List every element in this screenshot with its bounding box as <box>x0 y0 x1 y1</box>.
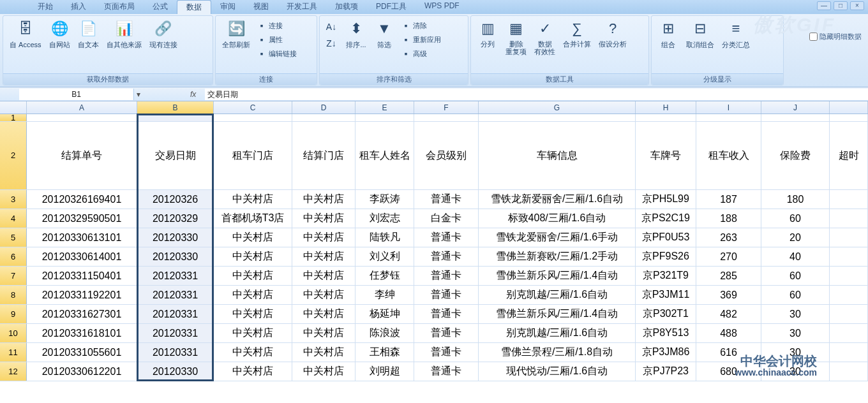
cell[interactable]: 普通卡 <box>414 324 479 342</box>
row-header[interactable]: 9 <box>0 305 27 323</box>
cell[interactable]: 普通卡 <box>414 228 479 247</box>
cell[interactable]: 京PF9S26 <box>636 247 696 266</box>
cell[interactable]: 租车人姓名 <box>355 122 414 189</box>
close-button[interactable]: × <box>850 1 864 10</box>
conn-small-2[interactable]: ▪编辑链接 <box>254 48 299 59</box>
cell[interactable]: 60 <box>761 209 830 228</box>
cell[interactable]: 雪佛兰新赛欧/三厢/1.2手动 <box>479 247 636 266</box>
cell[interactable] <box>761 114 830 121</box>
datatool-btn-3[interactable]: ∑合并计算 <box>559 17 595 49</box>
cell[interactable]: 刘明超 <box>355 362 414 381</box>
cell[interactable]: 中关村店 <box>292 324 355 342</box>
cell[interactable] <box>830 247 868 266</box>
row-header[interactable]: 3 <box>0 190 27 209</box>
datatool-btn-4[interactable]: ?假设分析 <box>595 17 631 49</box>
cell[interactable]: 李绅 <box>355 286 414 304</box>
conn-small-0[interactable]: ▪连接 <box>254 20 299 31</box>
cell[interactable] <box>830 362 868 381</box>
cell[interactable]: 482 <box>696 305 761 323</box>
cell[interactable] <box>830 190 868 209</box>
cell[interactable] <box>830 343 868 362</box>
cell[interactable]: 180 <box>761 190 830 209</box>
outline-btn-2[interactable]: ≡分类汇总 <box>718 17 754 51</box>
row-header[interactable]: 12 <box>0 362 27 381</box>
name-box[interactable]: B1 <box>19 89 134 100</box>
cell[interactable]: 中关村店 <box>292 267 355 285</box>
min-button[interactable]: — <box>817 1 831 10</box>
cell[interactable]: 中关村店 <box>292 247 355 266</box>
row-header[interactable]: 10 <box>0 324 27 342</box>
filter-small-1[interactable]: ▪重新应用 <box>398 34 444 45</box>
cell[interactable]: 20120331 <box>137 324 214 342</box>
cell[interactable]: 标致408/三厢/1.6自动 <box>479 209 636 228</box>
cell[interactable]: 现代悦动/三厢/1.6自动 <box>479 362 636 381</box>
col-header-A[interactable]: A <box>27 101 137 114</box>
cell[interactable]: 30 <box>761 324 830 342</box>
cell[interactable] <box>696 114 761 121</box>
datatool-btn-1[interactable]: ▦删除 重复项 <box>502 17 530 57</box>
cell[interactable]: 陆轶凡 <box>355 228 414 247</box>
conn-small-1[interactable]: ▪属性 <box>254 34 299 45</box>
row-header[interactable]: 2 <box>0 122 27 189</box>
menu-tab-0[interactable]: 开始 <box>29 0 62 14</box>
row-header[interactable]: 8 <box>0 286 27 304</box>
cell[interactable]: 188 <box>696 209 761 228</box>
cell[interactable]: 20120329 <box>137 209 214 228</box>
cell[interactable]: 雪铁龙爱丽舍/三厢/1.6手动 <box>479 228 636 247</box>
cell[interactable]: 285 <box>696 267 761 285</box>
cell[interactable] <box>414 114 479 121</box>
ext-data-btn-0[interactable]: 🗄自 Access <box>6 17 45 51</box>
cell[interactable]: 20120331 <box>137 267 214 285</box>
cell[interactable]: 20120331 <box>137 343 214 362</box>
cell[interactable]: 369 <box>696 286 761 304</box>
cell[interactable]: 中关村店 <box>214 362 292 381</box>
cell[interactable]: 20 <box>761 228 830 247</box>
ext-data-btn-4[interactable]: 🔗现有连接 <box>146 17 181 51</box>
menu-tab-9[interactable]: PDF工具 <box>367 0 415 14</box>
cell[interactable] <box>214 114 292 121</box>
cell[interactable]: 京P321T9 <box>636 267 696 285</box>
row-header[interactable]: 4 <box>0 209 27 228</box>
max-button[interactable]: □ <box>834 1 848 10</box>
col-header-I[interactable]: I <box>696 101 761 114</box>
cell[interactable] <box>830 114 868 121</box>
cell[interactable]: 20120330 <box>137 247 214 266</box>
cell[interactable]: 中关村店 <box>214 324 292 342</box>
cell[interactable]: 京PH5L99 <box>636 190 696 209</box>
row-header[interactable]: 11 <box>0 343 27 362</box>
cell[interactable]: 普通卡 <box>414 190 479 209</box>
row-header[interactable]: 7 <box>0 267 27 285</box>
menu-tab-6[interactable]: 视图 <box>244 0 278 14</box>
cell[interactable]: 20120330 <box>137 228 214 247</box>
cell[interactable]: 中关村店 <box>214 190 292 209</box>
cell[interactable]: 20120330614001 <box>27 247 137 266</box>
cell[interactable]: 20120331150401 <box>27 267 137 285</box>
menu-tab-1[interactable]: 插入 <box>62 0 95 14</box>
menu-tab-5[interactable]: 审阅 <box>211 0 244 14</box>
menu-tab-7[interactable]: 开发工具 <box>278 0 326 14</box>
ext-data-btn-1[interactable]: 🌐自网站 <box>45 17 74 51</box>
datatool-btn-0[interactable]: ▥分列 <box>474 17 502 49</box>
cell[interactable]: 杨延坤 <box>355 305 414 323</box>
cell[interactable]: 20120331627301 <box>27 305 137 323</box>
cell[interactable]: 首都机场T3店 <box>214 209 292 228</box>
cell[interactable]: 60 <box>761 286 830 304</box>
col-header-H[interactable]: H <box>636 101 696 114</box>
menu-tab-2[interactable]: 页面布局 <box>95 0 144 14</box>
outline-btn-1[interactable]: ⊟取消组合 <box>682 17 718 51</box>
cell[interactable]: 超时 <box>830 122 868 189</box>
cell[interactable]: 别克凯越/三厢/1.6自动 <box>479 324 636 342</box>
row-header[interactable]: 6 <box>0 247 27 266</box>
cell[interactable]: 普通卡 <box>414 247 479 266</box>
cell[interactable] <box>830 267 868 285</box>
cell[interactable]: 中关村店 <box>214 286 292 304</box>
cell[interactable]: 20120330 <box>137 362 214 381</box>
spreadsheet[interactable]: ABCDEFGHIJ 12结算单号交易日期租车门店结算门店租车人姓名会员级别车辆… <box>0 101 868 403</box>
cell[interactable]: 20120331 <box>137 305 214 323</box>
cell[interactable] <box>479 114 636 121</box>
cell[interactable]: 中关村店 <box>214 228 292 247</box>
outline-btn-0[interactable]: ⊞组合 <box>654 17 682 51</box>
ext-data-btn-3[interactable]: 📊自其他来源 <box>103 17 146 51</box>
cell[interactable]: 结算门店 <box>292 122 355 189</box>
cell[interactable]: 普通卡 <box>414 286 479 304</box>
